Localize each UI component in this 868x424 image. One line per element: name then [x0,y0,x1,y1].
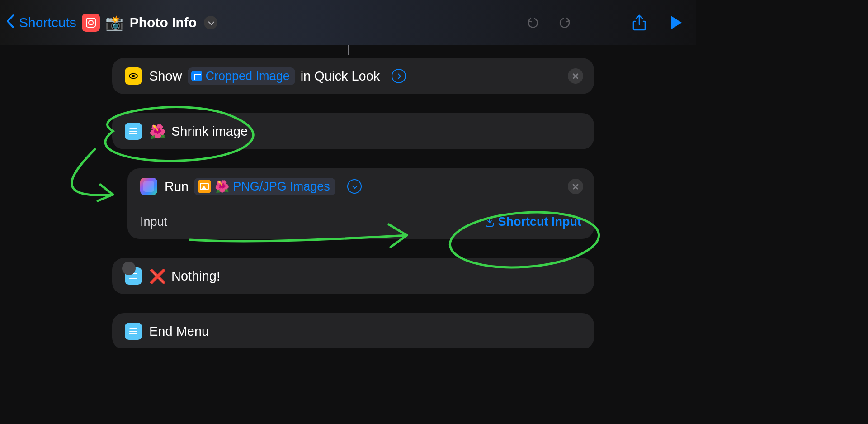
cross-mark-icon: ❌ [149,268,166,284]
crop-icon [191,71,202,81]
menu-item-nothing[interactable]: ❌ Nothing! [112,258,594,294]
hibiscus-icon: 🌺 [149,124,166,139]
action-quick-look[interactable]: Show Cropped Image in Quick Look [112,58,594,94]
delete-action-button[interactable] [568,179,583,194]
undo-button[interactable] [523,13,542,33]
share-button[interactable] [629,13,649,33]
play-icon [671,16,682,29]
menu-item-shrink[interactable]: 🌺 Shrink image [112,113,594,149]
chevron-down-icon [208,19,214,25]
chevron-down-icon [352,183,358,189]
title-dropdown-button[interactable] [204,16,217,29]
param-label: Input [140,215,167,229]
menu-icon [125,323,142,340]
reorder-handle[interactable] [122,262,136,275]
menu-item-label: Shrink image [171,124,248,139]
action-disclose-button[interactable] [392,69,406,83]
action-verb: Run [165,179,189,194]
action-end-menu[interactable]: End Menu [112,313,594,348]
shortcut-input-icon [485,217,495,227]
shortcuts-app-icon [140,178,157,195]
run-button[interactable] [668,13,688,33]
back-chevron-icon[interactable] [4,14,17,32]
back-button[interactable]: Shortcuts [19,15,76,30]
action-run-shortcut[interactable]: Run 🌺 PNG/JPG Images Input S [127,168,594,239]
chevron-right-icon [396,73,401,79]
end-menu-label: End Menu [149,324,209,339]
hibiscus-icon: 🌺 [215,180,229,194]
quick-look-icon [125,67,142,85]
param-row-input[interactable]: Input Shortcut Input [127,205,594,239]
variable-cropped-image[interactable]: Cropped Image [188,67,295,85]
toolbar-left: Shortcuts 📸 Photo Info [4,14,217,32]
menu-item-label: Nothing! [171,269,220,284]
redo-button[interactable] [555,13,575,33]
shortcut-app-icon [82,14,100,32]
shortcut-editor-canvas: Show Cropped Image in Quick Look 🌺 Shrin… [0,45,696,348]
image-type-icon [198,180,211,193]
menu-item-icon [125,123,142,140]
action-verb: Show [149,69,182,84]
action-connector-line [348,45,349,55]
param-value-shortcut-input[interactable]: Shortcut Input [485,215,581,229]
action-collapse-button[interactable] [347,179,362,194]
shortcut-title[interactable]: Photo Info [130,15,197,30]
delete-action-button[interactable] [568,68,583,84]
editor-toolbar: Shortcuts 📸 Photo Info [0,0,696,45]
shortcut-target-pill[interactable]: 🌺 PNG/JPG Images [194,178,335,195]
action-suffix: in Quick Look [301,69,380,84]
shortcut-emoji-icon: 📸 [105,14,123,31]
